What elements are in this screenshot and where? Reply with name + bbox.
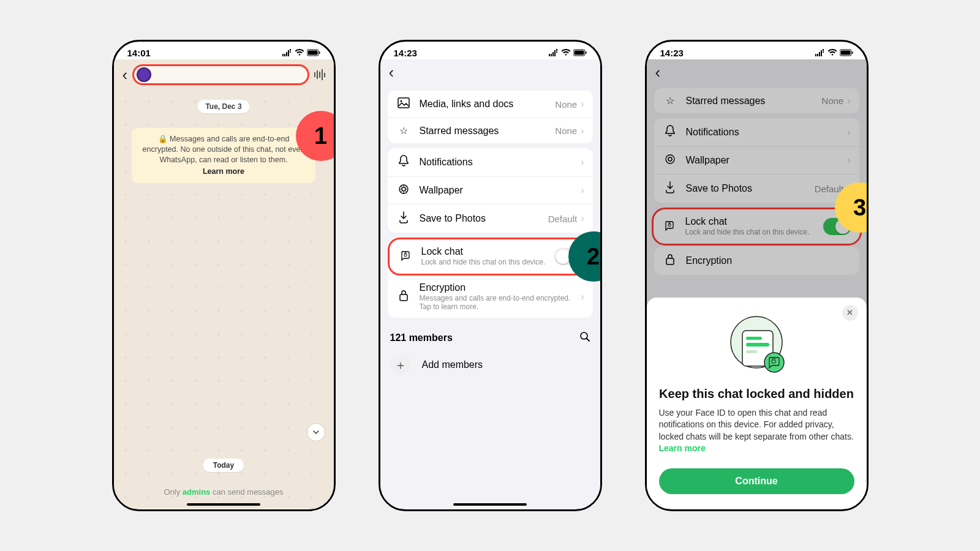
- svg-rect-27: [817, 54, 818, 56]
- settings-header: ‹: [380, 59, 600, 86]
- members-header: 121 members: [380, 323, 600, 348]
- star-icon: ☆: [396, 125, 411, 137]
- date-header-today: Today: [203, 459, 244, 472]
- svg-rect-3: [288, 50, 289, 56]
- row-label: Wallpaper: [420, 185, 581, 196]
- svg-rect-13: [556, 49, 557, 51]
- svg-rect-33: [840, 51, 850, 55]
- back-button[interactable]: ‹: [386, 63, 397, 82]
- row-label: Starred messages: [420, 126, 556, 137]
- row-label: Save to Photos: [420, 213, 548, 224]
- svg-line-25: [587, 339, 589, 341]
- chat-avatar-icon: [137, 67, 151, 82]
- search-icon[interactable]: [579, 331, 590, 345]
- svg-point-44: [764, 353, 784, 372]
- plus-icon: ＋: [390, 354, 411, 375]
- svg-rect-9: [549, 54, 550, 56]
- scroll-to-bottom-button[interactable]: [307, 423, 325, 441]
- status-time: 14:23: [394, 48, 417, 58]
- svg-rect-28: [819, 52, 820, 56]
- voice-call-icon[interactable]: [312, 69, 328, 80]
- chevron-right-icon: ›: [581, 126, 584, 137]
- lock-chat-illustration-icon: [659, 315, 854, 376]
- phone-screenshot-1: 14:01 ‹ Tue, Dec 3 🔒: [112, 40, 336, 511]
- row-wallpaper[interactable]: Wallpaper ›: [388, 177, 593, 204]
- lock-icon: 🔒: [158, 135, 168, 143]
- status-icons: [549, 48, 587, 58]
- close-button[interactable]: ✕: [842, 305, 858, 321]
- cellular-icon: [282, 48, 292, 58]
- status-time: 14:01: [127, 48, 151, 58]
- home-indicator[interactable]: [187, 503, 260, 506]
- row-label: Encryption Messages and calls are end-to…: [420, 282, 581, 312]
- save-icon: [396, 211, 411, 226]
- add-members-button[interactable]: ＋ Add members: [380, 348, 600, 381]
- row-lock-chat-highlight[interactable]: Lock chat Lock and hide this chat on thi…: [388, 238, 593, 276]
- chat-title-highlight[interactable]: [132, 64, 309, 85]
- row-label: Notifications: [420, 157, 581, 168]
- wifi-icon: [827, 48, 837, 58]
- svg-rect-17: [586, 51, 587, 54]
- svg-rect-18: [398, 98, 409, 108]
- svg-rect-29: [821, 50, 822, 56]
- chevron-right-icon: ›: [581, 157, 584, 168]
- media-icon: [396, 97, 411, 111]
- chevron-right-icon: ›: [581, 213, 584, 224]
- svg-rect-42: [746, 343, 769, 347]
- chevron-right-icon: ›: [581, 99, 584, 110]
- row-notifications[interactable]: Notifications ›: [388, 148, 593, 177]
- sheet-body: Use your Face ID to open this chat and r…: [659, 407, 854, 455]
- svg-rect-8: [319, 51, 320, 54]
- svg-rect-2: [286, 52, 287, 56]
- settings-group-chat: Notifications › Wallpaper › Save to Phot…: [388, 148, 593, 233]
- chevron-right-icon: ›: [581, 185, 584, 196]
- home-indicator[interactable]: [453, 503, 527, 506]
- row-label: Lock chat Lock and hide this chat on thi…: [421, 246, 554, 267]
- encryption-notice[interactable]: 🔒 Messages and calls are end-to-end encr…: [132, 128, 315, 183]
- add-members-label: Add members: [422, 359, 483, 370]
- row-media-links-docs[interactable]: Media, links and docs None ›: [388, 91, 593, 118]
- cellular-icon: [815, 48, 825, 58]
- bell-icon: [396, 155, 411, 170]
- svg-point-19: [400, 100, 402, 102]
- svg-rect-22: [404, 254, 407, 257]
- status-bar: 14:23: [647, 42, 867, 59]
- svg-rect-11: [552, 52, 554, 56]
- chat-body: Tue, Dec 3 🔒 Messages and calls are end-…: [114, 90, 334, 509]
- continue-button[interactable]: Continue: [659, 468, 854, 494]
- svg-rect-16: [574, 51, 584, 55]
- row-encryption[interactable]: Encryption Messages and calls are end-to…: [388, 276, 593, 318]
- status-bar: 14:23: [380, 42, 600, 59]
- svg-rect-26: [815, 54, 816, 56]
- cellular-icon: [549, 48, 559, 58]
- status-time: 14:23: [660, 48, 684, 58]
- svg-rect-12: [554, 50, 556, 56]
- learn-more-link[interactable]: Learn more: [140, 167, 307, 177]
- wifi-icon: [561, 48, 571, 58]
- battery-icon: [307, 48, 320, 58]
- svg-rect-4: [290, 49, 291, 51]
- svg-rect-1: [284, 54, 285, 56]
- svg-rect-0: [282, 54, 284, 56]
- row-save-to-photos[interactable]: Save to Photos Default ›: [388, 204, 593, 233]
- row-value: None: [555, 99, 577, 110]
- wallpaper-icon: [396, 184, 411, 197]
- svg-rect-7: [307, 51, 317, 55]
- status-icons: [815, 48, 853, 58]
- wifi-icon: [295, 48, 304, 58]
- svg-rect-23: [400, 294, 407, 301]
- svg-rect-41: [746, 337, 762, 340]
- row-value: None: [555, 126, 577, 136]
- svg-rect-34: [852, 51, 853, 54]
- svg-rect-5: [290, 51, 291, 53]
- battery-icon: [573, 48, 587, 58]
- battery-icon: [840, 48, 853, 58]
- chat-header: ‹: [114, 59, 334, 90]
- date-header: Tue, Dec 3: [198, 100, 249, 113]
- admin-only-notice: Only admins can send messages: [114, 487, 334, 497]
- learn-more-link[interactable]: Learn more: [659, 443, 706, 453]
- back-button[interactable]: ‹: [120, 66, 130, 84]
- settings-group-privacy: Lock chat Lock and hide this chat on thi…: [388, 238, 593, 318]
- lock-chat-sheet: ✕ Keep this chat locked and hidden Use y…: [647, 298, 867, 509]
- row-starred-messages[interactable]: ☆ Starred messages None ›: [388, 118, 593, 143]
